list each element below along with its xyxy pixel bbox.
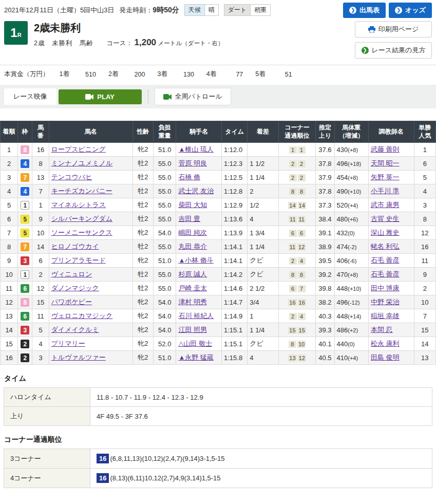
horse-name-link[interactable]: ダノンマジック: [51, 284, 99, 292]
trainer-link[interactable]: 深山 雅史: [371, 229, 400, 236]
sex-age: 牝2: [132, 254, 153, 268]
trainer-link[interactable]: 武藤 善則: [371, 145, 400, 153]
trainer-link[interactable]: 天間 昭一: [371, 159, 400, 167]
jockey-link[interactable]: 石橋 脩: [178, 173, 200, 181]
trainer-link[interactable]: 松永 康利: [371, 340, 400, 347]
jockey-link[interactable]: 菅原 明良: [178, 159, 207, 167]
horse-weight-cell: 470(+8): [334, 268, 368, 282]
result-row: 1623トルヴァルツァー牝251.0▲永野 猛蔵1:15.84131240.54…: [1, 351, 436, 365]
horse-name-link[interactable]: トルヴァルツァー: [51, 353, 106, 361]
trainer-link[interactable]: 矢野 英一: [371, 173, 400, 181]
horse-name-link[interactable]: シルバーキングダム: [51, 215, 112, 222]
jockey-link[interactable]: 石川 裕紀人: [178, 312, 214, 320]
race-conditions: 2歳 未勝利 馬齢 コース： 1,200 メートル（ダート・右）: [34, 38, 223, 48]
jockey-link[interactable]: 津村 明秀: [178, 298, 207, 306]
carried-weight: 55.0: [154, 212, 176, 226]
trainer-link[interactable]: 田中 博康: [371, 284, 400, 292]
jockey-link[interactable]: 丸田 恭介: [178, 242, 207, 250]
corner-order-cell: 88: [278, 184, 316, 198]
race-video-button[interactable]: レース映像: [4, 88, 56, 105]
finish-position: 6: [1, 212, 18, 226]
results-header-row: 着順枠馬 番馬名性齢負担 重量騎手名タイム着差コーナー 通過順位推定 上り馬体重…: [1, 121, 436, 143]
jockey-link[interactable]: 武士沢 友治: [178, 187, 214, 195]
jockey-link[interactable]: 柴田 大知: [178, 201, 207, 209]
trainer-link[interactable]: 小手川 準: [371, 187, 400, 195]
horse-weight-diff: (+18): [348, 161, 361, 167]
horse-name-link[interactable]: テンコウバヒ: [51, 173, 92, 181]
start-time-value: 9時50分: [153, 6, 179, 15]
halon-time-label: ハロンタイム: [4, 388, 90, 407]
race-time: 1:15.1: [222, 323, 248, 337]
corner-position-badge: 1: [298, 146, 306, 154]
corner3-order-text: (6,8,11,13)(10,12)(2,4,7)(9,14)3-1,5-15: [110, 455, 224, 462]
horse-weight-diff: (+2): [348, 327, 358, 333]
jockey-link[interactable]: ▲小林 脩斗: [178, 256, 213, 264]
trainer-link[interactable]: 田島 俊明: [371, 353, 400, 361]
horse-name-link[interactable]: キーチズカンパニー: [51, 187, 112, 195]
corner3-order: 16(6,8,11,13)(10,12)(2,4,7)(9,14)3-1,5-1…: [90, 449, 432, 469]
patrol-video-button[interactable]: 全周パトロール: [155, 88, 231, 105]
horse-name-link[interactable]: マイネルシトラス: [51, 201, 106, 209]
entries-button[interactable]: ❯ 出馬表: [343, 3, 386, 18]
results-column-header: コーナー 通過順位: [278, 121, 316, 143]
horse-weight-diff: (-12): [348, 300, 359, 306]
jockey-link[interactable]: ▲永野 猛蔵: [178, 353, 213, 361]
trainer-link[interactable]: 蛯名 利弘: [371, 242, 400, 250]
horse-name-link[interactable]: パワポケビー: [51, 298, 92, 306]
jockey-link[interactable]: 江田 照男: [178, 326, 207, 333]
trainer-cell: 中野 栄治: [368, 295, 414, 309]
margin: 1 1/4: [248, 171, 278, 184]
horse-number: 6: [32, 254, 49, 268]
horse-weight-cell: 486(+2): [334, 323, 368, 337]
jockey-link[interactable]: 杉原 誠人: [178, 270, 207, 278]
horse-name-link[interactable]: ソーメニーサンクス: [51, 229, 112, 236]
trainer-link[interactable]: 古賀 史生: [371, 215, 400, 222]
horse-name-link[interactable]: ロープスピニング: [51, 145, 106, 153]
horse-name-cell: プリマリー: [49, 337, 132, 351]
race-date-line: 2021年12月11日（土曜）5回中山3日 発走時刻： 9時50分 天候 晴 ダ…: [4, 3, 271, 16]
horse-name-link[interactable]: ヴィニュロン: [51, 270, 92, 278]
win-popularity: 3: [414, 198, 435, 212]
corner3-label: 3コーナー: [4, 449, 90, 469]
estimated-up: 39.3: [316, 323, 334, 337]
corner-position-badge: 15: [298, 327, 306, 334]
halon-time-row: ハロンタイム 11.8 - 10.7 - 11.9 - 12.4 - 12.3 …: [4, 388, 432, 407]
trainer-link[interactable]: 武市 康男: [371, 201, 400, 209]
horse-number: 1: [32, 198, 49, 212]
horse-name-cell: ヴェロニカマジック: [49, 309, 132, 323]
play-button[interactable]: PLAY: [59, 89, 142, 104]
last-up-label: 上り: [4, 407, 90, 426]
horse-name-link[interactable]: プリンアラモード: [51, 256, 106, 264]
race-time: 1:15.8: [222, 351, 248, 365]
horse-weight-cell: 474(-2): [334, 240, 368, 254]
finish-position: 10: [1, 268, 18, 282]
print-page-button[interactable]: 印刷用ページ: [355, 21, 432, 38]
trainer-link[interactable]: 中野 栄治: [371, 298, 400, 306]
time-table: ハロンタイム 11.8 - 10.7 - 11.9 - 12.4 - 12.3 …: [4, 387, 432, 426]
horse-name-link[interactable]: ヒロノゴウカイ: [51, 242, 99, 250]
frame-badge: 1: [21, 270, 29, 279]
trainer-link[interactable]: 石毛 善彦: [371, 256, 400, 264]
horse-name-link[interactable]: ヴェロニカマジック: [51, 312, 113, 320]
horse-weight: 474: [337, 243, 348, 251]
trainer-link[interactable]: 本間 忍: [371, 326, 393, 333]
jockey-link[interactable]: 吉田 豊: [178, 215, 200, 222]
trainer-link[interactable]: 石毛 善彦: [371, 270, 400, 278]
odds-button[interactable]: ❯ オッズ: [389, 3, 432, 18]
side-buttons: 印刷用ページ ❯ レース結果の見方: [355, 21, 432, 59]
jockey-cell: 石橋 脩: [176, 171, 222, 184]
result-guide-button[interactable]: ❯ レース結果の見方: [355, 42, 432, 59]
horse-weight: 410: [337, 354, 348, 362]
finish-position: 15: [1, 337, 18, 351]
trainer-link[interactable]: 稲垣 幸雄: [371, 312, 400, 320]
jockey-link[interactable]: ▲横山 琉人: [178, 145, 213, 153]
horse-name-link[interactable]: ミンナノユメミノル: [51, 159, 113, 167]
finish-position: 1: [1, 143, 18, 157]
frame-cell: 5: [18, 212, 32, 226]
horse-name-link[interactable]: プリマリー: [51, 340, 85, 347]
horse-name-link[interactable]: ダイメイクルミ: [51, 326, 99, 333]
win-popularity: 10: [414, 295, 435, 309]
jockey-link[interactable]: △山田 敬士: [178, 340, 212, 347]
jockey-link[interactable]: 嶋田 純次: [178, 229, 207, 236]
jockey-link[interactable]: 戸崎 圭太: [178, 284, 207, 292]
